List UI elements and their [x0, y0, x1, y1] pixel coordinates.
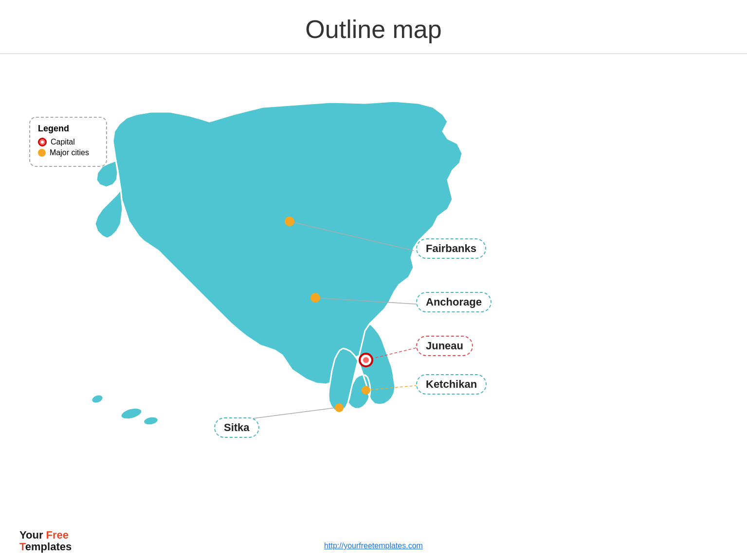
logo: Your Free Templates [19, 529, 72, 553]
juneau-dot-inner [363, 357, 369, 363]
logo-your: Your [19, 529, 43, 541]
capital-icon [38, 138, 47, 146]
svg-point-1 [120, 406, 143, 421]
logo-emplates: emplates [25, 541, 72, 553]
logo-free: Free [46, 529, 69, 541]
ketchikan-dot [362, 386, 370, 395]
sitka-connector [253, 408, 336, 418]
fairbanks-label: Fairbanks [416, 238, 486, 259]
sitka-dot [335, 403, 344, 412]
svg-point-2 [143, 416, 159, 426]
anchorage-label: Anchorage [416, 292, 492, 312]
legend-capital-label: Capital [51, 138, 75, 146]
legend-capital-item: Capital [38, 138, 96, 146]
logo-t-highlight: T [19, 541, 25, 553]
footer-link[interactable]: http://yourfreetemplates.com [324, 542, 423, 550]
alaska-map [0, 58, 747, 521]
page-title: Outline map [0, 0, 747, 54]
ketchikan-label: Ketchikan [416, 374, 487, 395]
divider [0, 54, 747, 54]
fairbanks-dot [285, 217, 294, 226]
city-icon [38, 149, 46, 157]
legend-city-item: Major cities [38, 148, 96, 157]
map-container: Legend Capital Major cities Fairbanks An… [0, 58, 747, 521]
anchorage-dot [310, 293, 320, 303]
sitka-label: Sitka [214, 417, 259, 438]
legend-title: Legend [38, 124, 96, 134]
legend-cities-label: Major cities [50, 148, 89, 157]
footer: http://yourfreetemplates.com [0, 542, 747, 550]
legend: Legend Capital Major cities [29, 117, 107, 167]
svg-point-0 [91, 393, 104, 404]
juneau-label: Juneau [416, 336, 473, 356]
